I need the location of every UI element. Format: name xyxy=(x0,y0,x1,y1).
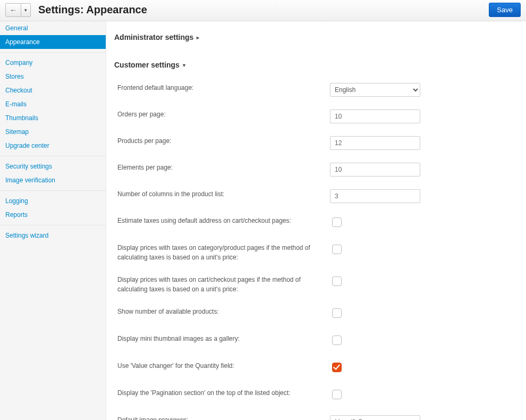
label-display-prices-category: Display prices with taxes on category/pr… xyxy=(117,243,330,262)
label-show-available: Show number of available products: xyxy=(117,307,330,316)
row-value-changer: Use 'Value changer' for the Quantity fie… xyxy=(114,355,515,382)
label-products-per-page: Products per page: xyxy=(117,136,330,146)
header-left: ← ▾ Settings: Appearance xyxy=(5,3,147,17)
sidebar-item-label: Stores xyxy=(5,73,24,80)
label-elements-per-page: Elements per page: xyxy=(117,163,330,172)
sidebar-separator xyxy=(0,52,106,53)
sidebar-item-thumbnails[interactable]: Thumbnails xyxy=(0,111,106,125)
checkbox-display-prices-cart[interactable] xyxy=(332,276,342,286)
sidebar-separator xyxy=(0,190,106,191)
sidebar-item-label: General xyxy=(5,24,28,32)
section-title-label: Administrator settings xyxy=(114,33,193,41)
sidebar-item-checkout[interactable]: Checkout xyxy=(0,83,106,97)
row-num-columns: Number of columns in the product list: xyxy=(114,183,515,209)
section-customer: Customer settings ▾ Frontend default lan… xyxy=(114,61,515,420)
sidebar-item-sitemap[interactable]: Sitemap xyxy=(0,125,106,139)
sidebar-item-label: Sitemap xyxy=(5,128,29,136)
sidebar-item-upgrade-center[interactable]: Upgrade center xyxy=(0,139,106,153)
select-image-previewer[interactable]: MagnificPopup xyxy=(330,415,420,420)
sidebar-item-appearance[interactable]: Appearance xyxy=(0,35,106,49)
label-pagination-top: Display the 'Pagination section' on the … xyxy=(117,388,330,398)
row-products-per-page: Products per page: xyxy=(114,130,515,156)
label-value-changer: Use 'Value changer' for the Quantity fie… xyxy=(117,361,330,371)
section-title-label: Customer settings xyxy=(114,61,180,69)
row-elements-per-page: Elements per page: xyxy=(114,156,515,183)
save-button[interactable]: Save xyxy=(489,3,521,17)
checkbox-mini-thumb-gallery[interactable] xyxy=(332,335,342,345)
sidebar-item-label: Security settings xyxy=(5,163,52,170)
sidebar-item-label: Appearance xyxy=(5,38,40,46)
label-frontend-language: Frontend default language: xyxy=(117,83,330,93)
sidebar-item-e-mails[interactable]: E-mails xyxy=(0,97,106,111)
back-button-group: ← ▾ xyxy=(5,3,31,17)
arrow-left-icon: ← xyxy=(10,6,17,14)
row-pagination-top: Display the 'Pagination section' on the … xyxy=(114,382,515,409)
sidebar-item-security-settings[interactable]: Security settings xyxy=(0,159,106,173)
caret-down-icon: ▾ xyxy=(183,62,185,68)
section-administrator: Administrator settings ▸ xyxy=(114,33,515,45)
sidebar-item-label: Settings wizard xyxy=(5,232,48,239)
sidebar-item-logging[interactable]: Logging xyxy=(0,194,106,208)
page-title: Settings: Appearance xyxy=(38,4,147,16)
sidebar-item-reports[interactable]: Reports xyxy=(0,208,106,222)
sidebar-item-settings-wizard[interactable]: Settings wizard xyxy=(0,229,106,242)
input-num-columns[interactable] xyxy=(330,189,420,203)
sidebar-separator xyxy=(0,225,106,225)
select-frontend-language[interactable]: English xyxy=(330,83,420,97)
row-display-prices-cart: Display prices with taxes on cart/checko… xyxy=(114,268,515,300)
label-orders-per-page: Orders per page: xyxy=(117,110,330,119)
sidebar: GeneralAppearanceCompanyStoresCheckoutE-… xyxy=(0,21,106,420)
input-products-per-page[interactable] xyxy=(330,136,420,150)
administrator-settings-toggle[interactable]: Administrator settings ▸ xyxy=(114,33,199,41)
caret-right-icon: ▸ xyxy=(197,35,199,40)
label-num-columns: Number of columns in the product list: xyxy=(117,189,330,199)
sidebar-item-general[interactable]: General xyxy=(0,21,106,35)
sidebar-item-label: Reports xyxy=(5,211,28,219)
label-mini-thumb-gallery: Display mini thumbnail images as a galle… xyxy=(117,334,330,343)
row-display-prices-category: Display prices with taxes on category/pr… xyxy=(114,237,515,268)
checkbox-value-changer[interactable] xyxy=(332,363,342,372)
sidebar-item-label: E-mails xyxy=(5,100,27,108)
sidebar-item-company[interactable]: Company xyxy=(0,56,106,70)
label-image-previewer: Default image previewer: xyxy=(117,415,330,420)
customer-settings-toggle[interactable]: Customer settings ▾ xyxy=(114,61,185,69)
sidebar-item-label: Upgrade center xyxy=(5,142,49,149)
checkbox-estimate-taxes[interactable] xyxy=(332,217,342,227)
sidebar-item-label: Checkout xyxy=(5,87,32,94)
back-button[interactable]: ← xyxy=(5,3,21,17)
row-image-previewer: Default image previewer: MagnificPopup xyxy=(114,409,515,420)
sidebar-item-stores[interactable]: Stores xyxy=(0,70,106,83)
label-estimate-taxes: Estimate taxes using default address on … xyxy=(117,216,330,225)
checkbox-show-available[interactable] xyxy=(332,308,342,318)
input-orders-per-page[interactable] xyxy=(330,110,420,123)
layout: GeneralAppearanceCompanyStoresCheckoutE-… xyxy=(0,21,526,420)
row-orders-per-page: Orders per page: xyxy=(114,103,515,130)
sidebar-separator xyxy=(0,156,106,156)
sidebar-item-label: Thumbnails xyxy=(5,114,38,122)
sidebar-item-label: Logging xyxy=(5,197,28,205)
row-frontend-language: Frontend default language: English xyxy=(114,77,515,103)
main-content: Administrator settings ▸ Customer settin… xyxy=(106,21,526,420)
sidebar-item-image-verification[interactable]: Image verification xyxy=(0,173,106,187)
page-header: ← ▾ Settings: Appearance Save xyxy=(0,0,526,21)
row-show-available: Show number of available products: xyxy=(114,300,515,327)
caret-down-icon: ▾ xyxy=(24,7,27,13)
back-dropdown-button[interactable]: ▾ xyxy=(21,3,31,17)
sidebar-item-label: Company xyxy=(5,59,32,66)
checkbox-display-prices-category[interactable] xyxy=(332,245,342,254)
input-elements-per-page[interactable] xyxy=(330,163,420,177)
row-estimate-taxes: Estimate taxes using default address on … xyxy=(114,209,515,237)
label-display-prices-cart: Display prices with taxes on cart/checko… xyxy=(117,275,330,294)
checkbox-pagination-top[interactable] xyxy=(332,390,342,399)
row-mini-thumb-gallery: Display mini thumbnail images as a galle… xyxy=(114,327,515,355)
sidebar-item-label: Image verification xyxy=(5,177,55,184)
